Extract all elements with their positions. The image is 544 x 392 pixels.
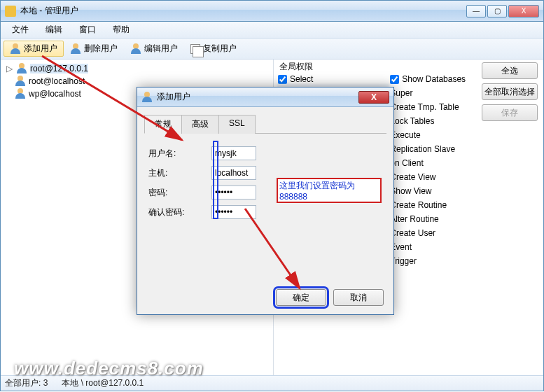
perm-label: Select (290, 74, 313, 84)
menu-help[interactable]: 帮助 (106, 22, 137, 37)
tree-item-label: wp@localhost (29, 89, 81, 99)
perm-label: Create User (390, 228, 435, 238)
perm-label: Lock Tables (390, 116, 434, 126)
password-label: 密码: (148, 187, 211, 199)
select-all-button[interactable]: 全选 (482, 62, 538, 79)
titlebar: 本地 - 管理用户 — ▢ X (1, 1, 543, 22)
window-buttons: — ▢ X (466, 5, 539, 18)
host-label: 主机: (148, 167, 211, 179)
callout-text: 这里我们设置密码为888888 (279, 180, 379, 202)
perm-row[interactable]: Trigger (390, 256, 466, 266)
tree-item[interactable]: root@localhost (5, 75, 269, 88)
maximize-button[interactable]: ▢ (487, 5, 507, 18)
perm-row[interactable]: Create User (390, 228, 466, 238)
close-button[interactable]: X (508, 5, 539, 18)
tree-item-label: root@127.0.0.1 (30, 64, 88, 74)
confirm-label: 确认密码: (148, 206, 211, 218)
copy-user-label: 复制用户 (203, 43, 237, 55)
toolbar: 添加用户 删除用户 编辑用户 复制用户 (1, 38, 543, 59)
dialog-titlebar: 添加用户 X (137, 88, 393, 107)
dialog-body: 常规 高级 SSL 用户名: 主机: 密码: (137, 107, 393, 244)
perm-row[interactable]: Alter Routine (390, 214, 466, 224)
perm-label: on Client (390, 158, 423, 168)
window-title: 本地 - 管理用户 (20, 5, 466, 17)
copy-user-button[interactable]: 复制用户 (184, 41, 243, 57)
perm-label: Create Tmp. Table (390, 102, 459, 112)
user-minus-icon (70, 43, 81, 55)
perm-row[interactable]: Show Databases (390, 74, 466, 84)
perm-checkbox[interactable] (278, 75, 287, 84)
tree-twisty-icon: ▷ (5, 64, 13, 74)
delete-user-label: 删除用户 (84, 43, 118, 55)
perm-label: Show Databases (402, 74, 466, 84)
menu-window[interactable]: 窗口 (72, 22, 103, 37)
add-user-button[interactable]: 添加用户 (4, 41, 64, 57)
perm-row[interactable]: Select (278, 74, 313, 84)
add-user-label: 添加用户 (24, 43, 57, 55)
delete-user-button[interactable]: 删除用户 (64, 41, 124, 57)
username-label: 用户名: (148, 148, 211, 160)
perm-row[interactable]: Lock Tables (390, 116, 466, 126)
perm-checkbox[interactable] (390, 75, 399, 84)
perm-row[interactable]: Create View (390, 172, 466, 182)
annotation-callout: 这里我们设置密码为888888 (277, 178, 382, 203)
tab-ssl[interactable]: SSL (218, 115, 256, 134)
minimize-button[interactable]: — (466, 5, 486, 18)
menu-file[interactable]: 文件 (5, 22, 36, 37)
field-highlight-box (213, 141, 218, 219)
tab-advanced[interactable]: 高级 (181, 115, 219, 134)
user-edit-icon (130, 43, 141, 55)
perm-label: Create View (390, 172, 435, 182)
user-icon (15, 88, 26, 99)
perm-label: Execute (390, 130, 420, 140)
edit-user-button[interactable]: 编辑用户 (124, 41, 184, 57)
perm-row[interactable]: Replication Slave (390, 144, 466, 154)
perm-row[interactable]: Create Tmp. Table (390, 102, 466, 112)
perm-row[interactable]: Create Routine (390, 200, 466, 210)
dialog-icon (141, 92, 153, 103)
tree-item-label: root@localhost (29, 76, 85, 86)
perm-row[interactable]: Execute (390, 130, 466, 140)
user-plus-icon (10, 43, 21, 55)
user-icon (15, 76, 26, 87)
perm-row[interactable]: Super (390, 88, 466, 98)
dialog-tabs: 常规 高级 SSL (144, 114, 386, 134)
perm-row[interactable]: Show View (390, 186, 466, 196)
app-icon (5, 6, 16, 17)
perm-row[interactable]: on Client (390, 158, 466, 168)
perm-label: Show View (390, 186, 431, 196)
dialog-close-button[interactable]: X (358, 91, 389, 104)
save-button[interactable]: 保存 (482, 104, 538, 121)
dialog-title: 添加用户 (157, 91, 358, 103)
menu-edit[interactable]: 编辑 (39, 22, 69, 37)
watermark: www.dedecms8.com (14, 358, 204, 379)
tab-general[interactable]: 常规 (144, 115, 182, 134)
deselect-all-button[interactable]: 全部取消选择 (482, 83, 538, 100)
ok-button[interactable]: 确定 (276, 289, 326, 306)
side-buttons: 全选 全部取消选择 保存 (482, 62, 538, 121)
perm-label: Create Routine (390, 200, 447, 210)
user-icon (16, 63, 27, 74)
copy-icon (190, 44, 200, 54)
edit-user-label: 编辑用户 (144, 43, 178, 55)
menubar: 文件 编辑 窗口 帮助 (1, 22, 543, 38)
cancel-button[interactable]: 取消 (333, 289, 384, 306)
perm-row[interactable]: Event (390, 242, 466, 252)
perm-label: Replication Slave (390, 144, 455, 154)
dialog-buttons: 确定 取消 (276, 289, 384, 306)
perm-label: Alter Routine (390, 214, 438, 224)
tree-item[interactable]: ▷ root@127.0.0.1 (5, 62, 269, 75)
